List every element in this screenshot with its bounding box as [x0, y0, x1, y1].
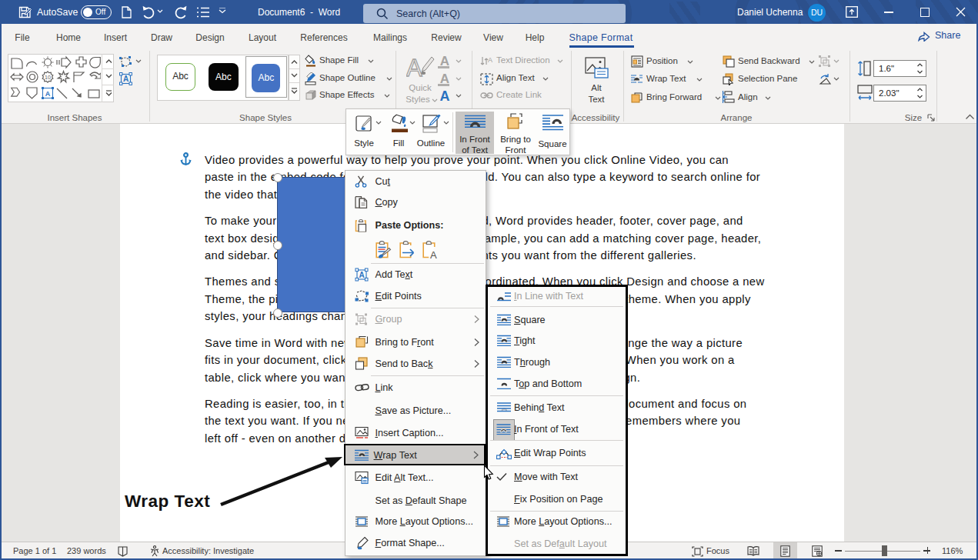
svg-text:A: A	[45, 90, 51, 98]
svg-text:10: 10	[45, 75, 51, 80]
svg-text:A: A	[488, 56, 492, 64]
svg-text:A: A	[430, 249, 437, 259]
svg-text:A: A	[406, 55, 422, 81]
svg-text:A: A	[359, 271, 364, 279]
svg-text:A: A	[123, 75, 129, 83]
